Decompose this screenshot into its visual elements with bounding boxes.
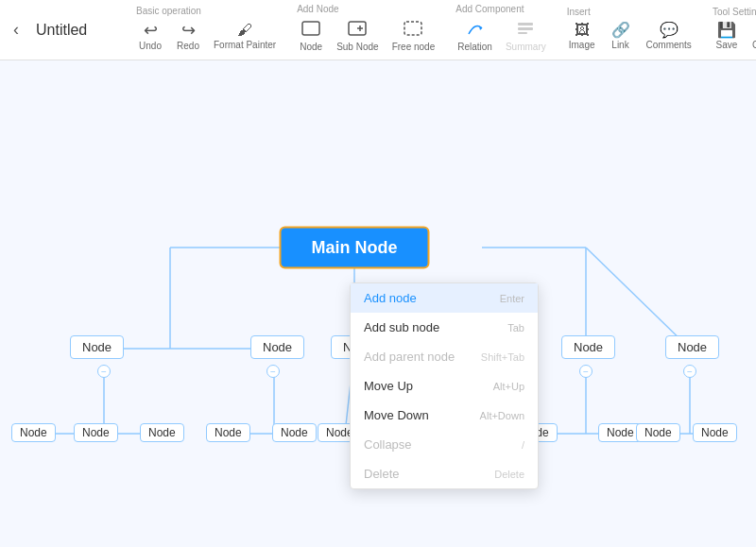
- node-label: Node: [20, 426, 47, 439]
- toolbar-left: ‹ Untitled: [8, 16, 121, 43]
- context-menu-move-down-shortcut: Alt+Down: [480, 410, 524, 421]
- main-node[interactable]: Main Node: [279, 227, 429, 269]
- free-node-icon: [404, 20, 422, 40]
- svg-rect-4: [404, 22, 421, 35]
- group-insert-label: Insert: [563, 7, 591, 17]
- summary-icon: [516, 20, 535, 40]
- context-menu-add-parent-node[interactable]: Add parent node Shift+Tab: [351, 342, 538, 371]
- page-title: Untitled: [28, 22, 94, 39]
- node-left-2[interactable]: Node: [250, 335, 304, 359]
- collapse-dot-3[interactable]: −: [579, 365, 593, 378]
- group-tool-settings: Tool Settings 💾 Save ⬆ Collapse: [709, 7, 756, 54]
- collapse-button[interactable]: ⬆ Collapse: [747, 19, 756, 54]
- link-button[interactable]: 🔗 Link: [603, 19, 639, 54]
- node-label: Node: [701, 426, 729, 439]
- node-left-1[interactable]: Node: [70, 335, 124, 359]
- svg-rect-6: [518, 23, 533, 26]
- back-button[interactable]: ‹: [8, 16, 25, 43]
- comments-button[interactable]: 💬 Comments: [641, 19, 697, 54]
- group-tool-settings-label: Tool Settings: [709, 7, 756, 17]
- node-button[interactable]: Node: [293, 16, 329, 56]
- context-menu-delete-shortcut: Delete: [494, 469, 524, 480]
- svg-line-31: [586, 248, 690, 349]
- context-menu-add-node-label: Add node: [364, 291, 417, 305]
- group-add-component: Add Component Relation Summary: [452, 4, 552, 56]
- svg-rect-8: [518, 32, 527, 34]
- node-icon: [301, 20, 320, 40]
- group-basic-items: ↩ Undo ↪ Redo 🖌 Format Painter: [132, 18, 282, 55]
- context-menu-collapse-shortcut: /: [522, 439, 524, 451]
- save-icon: 💾: [717, 23, 736, 38]
- group-basic-operation: Basic operation ↩ Undo ↪ Redo 🖌 Format P…: [132, 6, 282, 55]
- summary-button[interactable]: Summary: [500, 16, 552, 56]
- node-label: Node: [574, 340, 603, 354]
- context-menu-add-node[interactable]: Add node Enter: [351, 283, 538, 313]
- collapse-label: Collapse: [752, 40, 756, 50]
- save-button[interactable]: 💾 Save: [709, 19, 745, 54]
- group-basic-operation-label: Basic operation: [132, 6, 201, 16]
- group-tool-settings-items: 💾 Save ⬆ Collapse: [709, 19, 756, 54]
- node-label: Node: [82, 340, 112, 354]
- node-ll-1[interactable]: Node: [11, 423, 56, 442]
- redo-icon: ↪: [181, 22, 196, 39]
- node-lm-2[interactable]: Node: [272, 423, 317, 442]
- collapse-dot-1[interactable]: −: [97, 365, 111, 378]
- node-ll-3[interactable]: Node: [140, 423, 184, 442]
- comments-label: Comments: [646, 40, 692, 50]
- node-label: Node: [607, 426, 634, 439]
- collapse-dot-2[interactable]: −: [266, 365, 280, 378]
- node-far-right[interactable]: Node: [665, 335, 719, 359]
- node-right-1[interactable]: Node: [561, 335, 615, 359]
- relation-icon: [466, 20, 485, 40]
- context-menu-add-sub-node[interactable]: Add sub node Tab: [351, 313, 538, 342]
- summary-label: Summary: [506, 42, 546, 52]
- context-menu-add-parent-node-label: Add parent node: [364, 350, 455, 364]
- sub-node-button[interactable]: Sub Node: [331, 16, 384, 56]
- redo-button[interactable]: ↪ Redo: [170, 18, 206, 55]
- context-menu: Add node Enter Add sub node Tab Add pare…: [350, 282, 539, 489]
- format-painter-icon: 🖌: [237, 23, 252, 38]
- redo-label: Redo: [177, 41, 199, 51]
- image-label: Image: [569, 40, 595, 50]
- context-menu-add-sub-node-shortcut: Tab: [507, 322, 524, 333]
- context-menu-move-up[interactable]: Move Up Alt+Up: [351, 371, 538, 401]
- node-label: Node: [644, 426, 672, 439]
- node-ll-2[interactable]: Node: [74, 423, 118, 442]
- node-fr-sub-1[interactable]: Node: [636, 423, 680, 442]
- undo-icon: ↩: [144, 22, 158, 39]
- context-menu-collapse[interactable]: Collapse /: [351, 430, 538, 459]
- toolbar: ‹ Untitled Basic operation ↩ Undo ↪ Redo…: [0, 0, 756, 60]
- free-node-button[interactable]: Free node: [387, 16, 441, 56]
- canvas[interactable]: Main Node Node − Node − Node Node Node N…: [0, 60, 756, 547]
- save-label: Save: [715, 40, 737, 50]
- link-label: Link: [611, 40, 628, 50]
- node-lm-1[interactable]: Node: [206, 423, 250, 442]
- group-insert-items: 🖼 Image 🔗 Link 💬 Comments: [563, 19, 697, 54]
- node-fr-sub-2[interactable]: Node: [693, 423, 737, 442]
- context-menu-move-up-shortcut: Alt+Up: [493, 381, 524, 392]
- node-label: Node: [82, 426, 110, 439]
- group-insert: Insert 🖼 Image 🔗 Link 💬 Comments: [563, 7, 697, 54]
- context-menu-move-down-label: Move Down: [364, 408, 429, 422]
- context-menu-add-sub-node-label: Add sub node: [364, 320, 439, 334]
- context-menu-move-up-label: Move Up: [364, 379, 413, 393]
- group-add-node-items: Node Sub Node Free node: [293, 16, 440, 56]
- node-label: Node: [678, 340, 707, 354]
- context-menu-collapse-label: Collapse: [364, 437, 412, 452]
- free-node-label: Free node: [392, 42, 436, 52]
- image-button[interactable]: 🖼 Image: [563, 19, 601, 54]
- relation-button[interactable]: Relation: [452, 16, 498, 56]
- undo-button[interactable]: ↩ Undo: [132, 18, 168, 55]
- node-label: Node: [215, 426, 242, 439]
- sub-node-label: Sub Node: [336, 42, 378, 52]
- context-menu-delete[interactable]: Delete Delete: [351, 459, 538, 488]
- svg-rect-7: [518, 27, 533, 30]
- relation-label: Relation: [457, 42, 492, 52]
- node-label: Node: [148, 426, 176, 439]
- comments-icon: 💬: [660, 23, 679, 38]
- format-painter-label: Format Painter: [214, 40, 276, 50]
- format-painter-button[interactable]: 🖌 Format Painter: [208, 19, 282, 54]
- collapse-dot-4[interactable]: −: [683, 365, 696, 378]
- context-menu-move-down[interactable]: Move Down Alt+Down: [351, 401, 538, 430]
- undo-label: Undo: [139, 41, 162, 51]
